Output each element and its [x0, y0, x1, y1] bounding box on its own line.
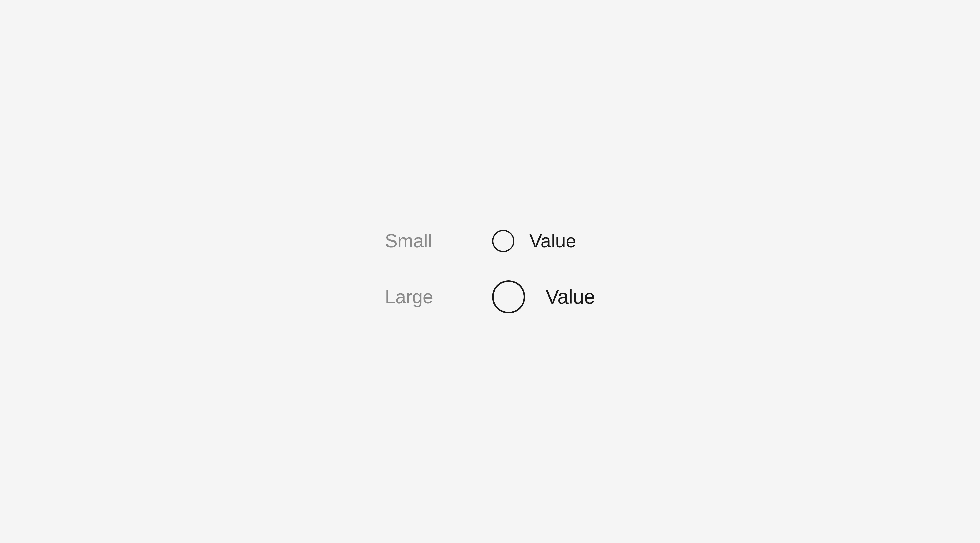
small-size-label: Small	[385, 230, 492, 252]
small-radio-value-label: Value	[529, 230, 576, 252]
large-size-label: Large	[385, 286, 492, 307]
large-radio-row: Large Value	[385, 280, 595, 314]
small-radio-row: Small Value	[385, 230, 595, 252]
large-radio-group: Value	[492, 280, 595, 314]
small-radio-button[interactable]	[492, 230, 514, 252]
large-radio-button[interactable]	[492, 280, 525, 314]
radio-size-showcase: Small Value Large Value	[385, 230, 595, 314]
small-radio-group: Value	[492, 230, 576, 252]
large-radio-value-label: Value	[546, 285, 595, 308]
